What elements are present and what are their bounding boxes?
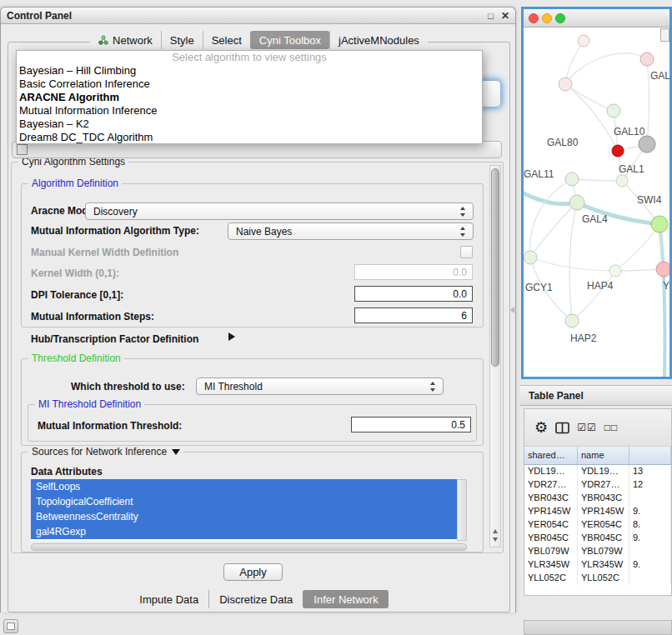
network-node[interactable]	[612, 145, 624, 157]
scroll-down-icon[interactable]	[493, 538, 498, 542]
dpi-tolerance-value: 0.0	[453, 288, 467, 300]
mi-algorithm-select[interactable]: Naive Bayes	[228, 222, 474, 240]
minimize-traffic-light-icon[interactable]	[542, 13, 552, 23]
network-node[interactable]	[640, 52, 654, 66]
float-window-icon[interactable]: □	[488, 11, 494, 21]
table-row[interactable]: YPR145WYPR145W9.	[524, 505, 671, 518]
network-node[interactable]	[565, 172, 579, 186]
which-threshold-select[interactable]: MI Threshold	[196, 378, 444, 395]
table-toolbar: ⚙ ☑☑ □□	[524, 409, 671, 447]
attributes-horizontal-scrollbar[interactable]	[31, 543, 467, 551]
table-cell: YDL19…	[578, 465, 629, 478]
network-node[interactable]	[609, 265, 621, 277]
network-node[interactable]	[565, 314, 579, 328]
expand-arrow-icon[interactable]	[228, 332, 235, 341]
table-cell: YBR043C	[524, 492, 578, 505]
network-edge[interactable]	[529, 179, 572, 258]
attribute-item[interactable]: gal4RGexp	[31, 524, 457, 539]
network-edge[interactable]	[569, 202, 577, 321]
top-tab-bar: NetworkStyleSelectCyni ToolboxjActiveMNo…	[1, 31, 517, 49]
network-window-titlebar[interactable]	[524, 9, 669, 28]
tab-network[interactable]: Network	[90, 31, 161, 49]
splitter-handle[interactable]	[510, 307, 514, 313]
attribute-item[interactable]: SelfLoops	[31, 479, 457, 494]
tab-style[interactable]: Style	[161, 31, 203, 49]
table-row[interactable]: YBR043CYBR043C	[524, 492, 671, 505]
tab-select[interactable]: Select	[203, 31, 250, 49]
mi-threshold-field[interactable]: 0.5	[351, 417, 471, 432]
tab-cyni-toolbox[interactable]: Cyni Toolbox	[250, 31, 329, 49]
column-header[interactable]: shared…	[524, 447, 578, 464]
algorithm-option-bayesian-hill-climbing[interactable]: Bayesian – Hill Climbing	[17, 64, 482, 78]
table-cell	[629, 572, 671, 585]
algorithm-option-mutual-information-inference[interactable]: Mutual Information Inference	[17, 104, 482, 118]
table-panel-titlebar[interactable]: Table Panel	[520, 385, 672, 406]
network-node[interactable]	[656, 262, 669, 277]
tab-jactivemnodules[interactable]: jActiveMNodules	[329, 31, 428, 49]
tab-infer-network[interactable]: Infer Network	[303, 590, 388, 608]
network-edge[interactable]	[565, 53, 647, 84]
network-node[interactable]	[607, 104, 620, 118]
sources-group-title: Sources for Network Inference	[28, 446, 183, 458]
dpi-tolerance-field[interactable]: 0.0	[354, 286, 473, 302]
algorithm-option-aracne-algorithm[interactable]: ARACNE Algorithm	[17, 91, 482, 104]
control-panel-titlebar[interactable]: Control Panel □ ✕	[1, 8, 515, 24]
tab-impute-data[interactable]: Impute Data	[129, 590, 208, 608]
table-cell: YLL052C	[524, 572, 578, 585]
table-row[interactable]: YLR345WYLR345W9.	[524, 558, 671, 572]
attribute-item[interactable]: TopologicalCoefficient	[31, 494, 457, 509]
network-node[interactable]	[524, 251, 537, 264]
node-label: HAP4	[587, 280, 614, 292]
algorithm-option-basic-correlation-inference[interactable]: Basic Correlation Inference	[17, 78, 482, 91]
deselect-all-icon[interactable]: □□	[604, 422, 619, 433]
scroll-up-icon[interactable]	[493, 529, 498, 533]
close-traffic-light-icon[interactable]	[529, 13, 539, 23]
attribute-item[interactable]: BetweennessCentrality	[31, 509, 457, 524]
close-window-icon[interactable]: ✕	[501, 10, 509, 22]
network-edge[interactable]	[647, 59, 649, 144]
manual-kernel-checkbox[interactable]	[460, 246, 473, 258]
network-edge[interactable]	[572, 179, 622, 181]
network-edge[interactable]	[530, 258, 615, 271]
network-edge[interactable]	[572, 271, 615, 321]
scrollbar-thumb[interactable]	[491, 168, 499, 367]
table-row[interactable]: YER054CYER054C8.	[524, 518, 671, 532]
network-node[interactable]	[559, 78, 572, 91]
apply-button[interactable]: Apply	[223, 563, 283, 581]
attributes-vertical-scrollbar[interactable]	[457, 479, 467, 541]
network-node[interactable]	[651, 216, 668, 232]
gear-icon[interactable]: ⚙	[534, 420, 548, 435]
canvas-corner-box[interactable]	[660, 28, 669, 42]
table-row[interactable]: YDR27…YDR27…12	[524, 478, 671, 492]
column-header[interactable]	[629, 447, 671, 464]
table-cell: 9.	[629, 505, 671, 518]
table-cell: YER054C	[578, 518, 629, 532]
network-edge[interactable]	[615, 224, 659, 271]
network-node[interactable]	[569, 195, 584, 210]
collapse-arrow-icon[interactable]	[172, 449, 180, 455]
columns-icon[interactable]	[555, 422, 569, 434]
node-label: SWI4	[637, 194, 662, 206]
table-row[interactable]: YLL052CYLL052C	[524, 572, 671, 585]
zoom-traffic-light-icon[interactable]	[555, 13, 565, 23]
algorithm-option-bayesian-k2[interactable]: Bayesian – K2	[17, 118, 482, 131]
kernel-width-field[interactable]: 0.0	[354, 264, 473, 280]
table-row[interactable]: YDL19…YDL19…13	[524, 465, 671, 478]
network-node[interactable]	[639, 136, 655, 152]
network-node[interactable]	[616, 175, 628, 187]
network-edge[interactable]	[524, 191, 577, 204]
select-all-icon[interactable]: ☑☑	[577, 422, 597, 433]
settings-scrollbar[interactable]	[489, 165, 501, 548]
column-header[interactable]: name	[578, 447, 629, 464]
network-edge[interactable]	[659, 224, 664, 378]
network-node[interactable]	[578, 35, 589, 47]
tab-discretize-data[interactable]: Discretize Data	[208, 590, 303, 608]
mi-steps-field[interactable]: 6	[354, 308, 473, 323]
algorithm-option-dream8-dc-tdc-algorithm[interactable]: Dream8 DC_TDC Algorithm	[17, 131, 482, 144]
window-controls: □ ✕	[488, 10, 509, 22]
table-row[interactable]: YBR045CYBR045C9.	[524, 532, 671, 545]
aracne-mode-select[interactable]: Discovery	[85, 202, 474, 220]
collapsed-panel-icon[interactable]	[3, 619, 18, 633]
network-canvas[interactable]: GALGAL80GAL10GAL11GAL1SWI4GAL4GCY1HAP4YH…	[524, 28, 669, 378]
table-row[interactable]: YBL079WYBL079W	[524, 545, 671, 558]
